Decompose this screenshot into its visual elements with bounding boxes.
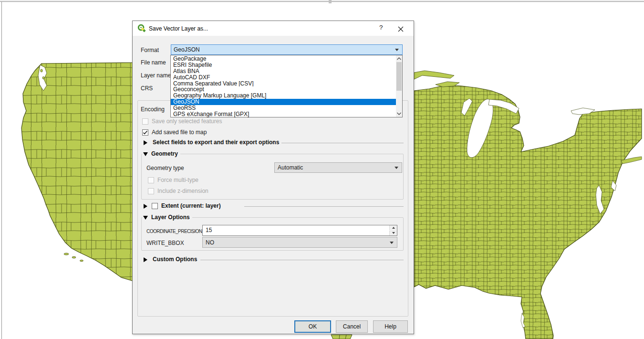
force-multi-type-checkbox[interactable] — [148, 177, 154, 183]
format-dropdown-list: GeoPackageESRI ShapefileAtlas BNAAutoCAD… — [171, 56, 396, 117]
format-option[interactable]: Atlas BNA — [171, 68, 396, 74]
cancel-button-label: Cancel — [343, 323, 361, 330]
select-fields-expand-icon[interactable] — [144, 140, 147, 145]
format-label: Format — [141, 47, 159, 53]
spin-up-button[interactable] — [389, 225, 397, 230]
scroll-thumb[interactable] — [396, 62, 402, 91]
coordinate-precision-spinbox[interactable]: 15 — [202, 225, 397, 236]
include-z-checkbox[interactable] — [148, 188, 154, 194]
format-option[interactable]: AutoCAD DXF — [171, 74, 396, 81]
add-saved-file-label: Add saved file to map — [152, 129, 207, 136]
extent-rule — [244, 206, 404, 207]
layer-name-label: Layer name — [141, 72, 171, 79]
geometry-type-caret-icon — [395, 167, 398, 169]
ok-button[interactable]: OK — [294, 320, 331, 333]
extent-checkbox[interactable] — [152, 203, 158, 209]
geometry-type-label: Geometry type — [146, 165, 184, 171]
format-option[interactable]: Geoconcept — [171, 86, 396, 93]
custom-options-header[interactable]: Custom Options — [153, 256, 197, 263]
dialog-title: Save Vector Layer as... — [149, 25, 208, 32]
write-bbox-combo[interactable]: NO — [202, 237, 397, 248]
geometry-header-label: Geometry — [151, 150, 178, 158]
format-option[interactable]: Geography Markup Language [GML] — [171, 93, 396, 99]
save-only-selected-checkbox[interactable] — [142, 118, 148, 125]
help-button-bottom[interactable]: Help — [373, 320, 408, 333]
qgis-logo-icon — [137, 24, 146, 32]
format-option[interactable]: GeoPackage — [171, 56, 396, 62]
close-icon — [398, 26, 404, 32]
include-z-label: Include z-dimension — [157, 188, 208, 194]
coordinate-precision-label: COORDINATE_PRECISION — [146, 228, 202, 235]
select-fields-header[interactable]: Select fields to export and their export… — [153, 139, 279, 146]
map-east — [414, 71, 642, 339]
write-bbox-caret-icon — [390, 242, 394, 244]
ok-button-label: OK — [309, 323, 317, 330]
save-only-selected-label: Save only selected features — [152, 118, 222, 125]
layer-options-collapse-icon — [143, 216, 148, 220]
format-combo-caret-icon — [395, 49, 399, 51]
coordinate-precision-value: 15 — [206, 227, 212, 233]
layer-options-header-label: Layer Options — [151, 214, 190, 221]
dropdown-scrollbar[interactable] — [396, 55, 402, 117]
format-dropdown-popup: GeoPackageESRI ShapefileAtlas BNAAutoCAD… — [170, 55, 403, 117]
format-combo-value: GeoJSON — [174, 46, 200, 53]
format-combo[interactable]: GeoJSON — [171, 44, 403, 55]
help-button[interactable]: ? — [379, 24, 383, 31]
map-bottom-piece — [331, 335, 352, 339]
write-bbox-label: WRITE_BBOX — [146, 240, 184, 246]
scroll-up-icon[interactable] — [397, 57, 401, 60]
format-option[interactable]: Comma Separated Value [CSV] — [171, 81, 396, 87]
format-option[interactable]: GeoRSS — [171, 105, 396, 111]
format-option[interactable]: GeoJSON — [171, 99, 396, 105]
cancel-button[interactable]: Cancel — [336, 320, 368, 333]
east-county-grid — [414, 85, 642, 339]
add-saved-file-checkbox[interactable] — [142, 129, 148, 136]
geometry-type-combo[interactable]: Automatic — [274, 162, 402, 173]
write-bbox-value: NO — [203, 239, 214, 246]
qgis-screen: Save Vector Layer as... ? Format GeoJSON… — [0, 0, 644, 339]
save-vector-layer-dialog: Save Vector Layer as... ? Format GeoJSON… — [132, 21, 414, 334]
geometry-type-value: Automatic — [275, 164, 303, 171]
encoding-label: Encoding — [141, 106, 165, 113]
crs-label: CRS — [141, 85, 153, 92]
custom-options-expand-icon[interactable] — [144, 257, 147, 262]
checkmark-icon — [143, 130, 148, 135]
file-name-label: File name — [141, 59, 166, 66]
extent-expand-icon[interactable] — [144, 204, 147, 209]
layer-options-header[interactable]: Layer Options — [142, 214, 192, 221]
select-fields-rule — [281, 143, 404, 143]
force-multi-type-label: Force multi-type — [157, 177, 198, 183]
extent-header[interactable]: Extent (current: layer) — [161, 202, 221, 210]
spin-down-icon — [392, 232, 395, 234]
geometry-collapse-icon — [143, 152, 148, 156]
spin-up-icon — [392, 227, 395, 229]
format-option[interactable]: ESRI Shapefile — [171, 62, 396, 68]
scroll-down-icon[interactable] — [397, 112, 401, 115]
close-button[interactable] — [398, 25, 404, 31]
spin-down-button[interactable] — [389, 231, 397, 235]
minnesota-shore-strip — [414, 71, 454, 79]
geometry-header[interactable]: Geometry — [142, 150, 180, 158]
format-option[interactable]: GPS eXchange Format [GPX] — [171, 111, 396, 117]
custom-options-rule — [200, 260, 404, 260]
help-button-label: Help — [384, 323, 396, 330]
